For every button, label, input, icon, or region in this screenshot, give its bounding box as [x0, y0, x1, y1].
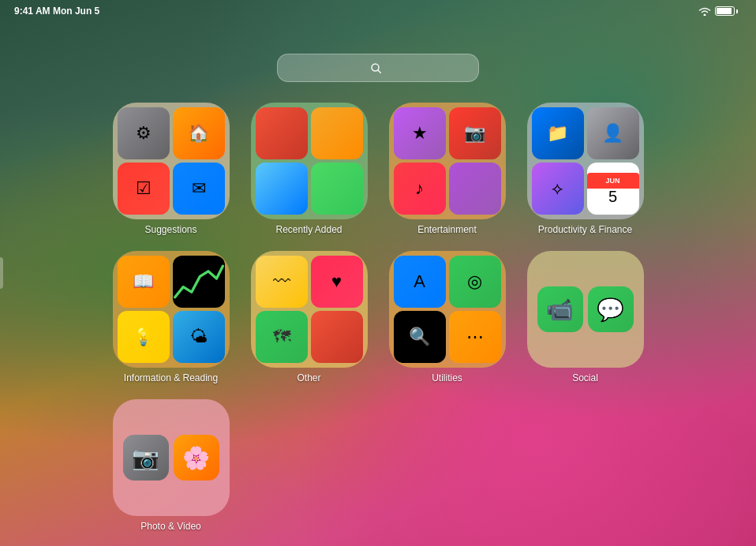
icon-books: 📖	[118, 256, 170, 308]
icon-swift-playgrounds	[256, 107, 308, 159]
icon-weather: 🌤	[173, 311, 225, 363]
icon-pages	[311, 107, 363, 159]
folder-box-other: 〰♥🗺	[251, 251, 368, 368]
icon-maps: 🗺	[256, 311, 308, 363]
svg-line-1	[378, 70, 381, 73]
search-icon	[371, 63, 381, 73]
folder-social[interactable]: 📹💬Social	[524, 251, 646, 383]
icon-calendar: JUN5	[587, 163, 639, 215]
icon-keynote	[256, 163, 308, 215]
icon-more: ⋯	[449, 311, 501, 363]
icon-podcasts	[449, 163, 501, 215]
folder-box-productivity: 📁👤⟡JUN5	[527, 103, 644, 219]
status-time: 9:41 AM Mon Jun 5	[14, 6, 99, 17]
folder-recently-added[interactable]: Recently Added	[248, 103, 370, 235]
icon-contacts: 👤	[587, 107, 639, 159]
icon-freeform: 〰	[256, 256, 308, 308]
icon-files: 📁	[532, 107, 584, 159]
icon-photo-booth: 📷	[449, 107, 501, 159]
icon-magnifier: 🔍	[394, 311, 446, 363]
icon-mail: ✉	[173, 163, 225, 215]
folder-suggestions[interactable]: ⚙🏠☑✉Suggestions	[110, 103, 232, 235]
folder-box-info-reading: 📖💡🌤	[113, 251, 230, 368]
icon-photos: 🌸	[174, 435, 219, 481]
folder-label-photo-video: Photo & Video	[140, 521, 201, 532]
folder-utilities[interactable]: A◎🔍⋯Utilities	[386, 251, 508, 383]
folder-label-other: Other	[297, 372, 320, 383]
app-grid: ⚙🏠☑✉SuggestionsRecently Added★📷♪Entertai…	[110, 103, 646, 532]
icon-settings: ⚙	[118, 107, 170, 159]
icon-top-picks: ★	[394, 107, 446, 159]
folder-box-utilities: A◎🔍⋯	[389, 251, 506, 368]
icon-home: 🏠	[173, 107, 225, 159]
left-handle	[0, 257, 3, 289]
folder-box-social: 📹💬	[527, 251, 644, 368]
folder-info-reading[interactable]: 📖💡🌤Information & Reading	[110, 251, 232, 383]
status-right	[698, 6, 742, 16]
icon-camera: 📷	[123, 435, 169, 481]
folder-box-suggestions: ⚙🏠☑✉	[113, 103, 230, 219]
icon-facetime: 📹	[537, 286, 583, 332]
search-bar-container[interactable]	[277, 54, 479, 82]
folder-label-recently-added: Recently Added	[275, 224, 342, 235]
icon-stocks	[173, 256, 225, 308]
icon-app-store: A	[394, 256, 446, 308]
folder-box-photo-video: 📷🌸	[113, 399, 230, 516]
icon-tips: 💡	[118, 311, 170, 363]
folder-other[interactable]: 〰♥🗺Other	[248, 251, 370, 383]
icon-swift	[311, 311, 363, 363]
icon-reminders: ☑	[118, 163, 170, 215]
folder-box-entertainment: ★📷♪	[389, 103, 506, 219]
icon-messages: 💬	[588, 286, 634, 332]
wifi-icon	[698, 6, 711, 16]
folder-label-entertainment: Entertainment	[417, 224, 477, 235]
folder-box-recently-added	[251, 103, 368, 219]
search-bar[interactable]	[277, 54, 479, 82]
folder-entertainment[interactable]: ★📷♪Entertainment	[386, 103, 508, 235]
icon-find-my: ◎	[449, 256, 501, 308]
status-bar: 9:41 AM Mon Jun 5	[0, 0, 756, 22]
battery-icon	[715, 6, 738, 16]
folder-label-info-reading: Information & Reading	[124, 372, 218, 383]
icon-music: ♪	[394, 163, 446, 215]
icon-numbers	[311, 163, 363, 215]
folder-photo-video[interactable]: 📷🌸Photo & Video	[110, 399, 232, 532]
folder-label-social: Social	[572, 372, 598, 383]
folder-label-productivity: Productivity & Finance	[538, 224, 632, 235]
icon-health: ♥	[311, 256, 363, 308]
folder-productivity[interactable]: 📁👤⟡JUN5Productivity & Finance	[524, 103, 646, 235]
folder-label-utilities: Utilities	[432, 372, 462, 383]
folder-label-suggestions: Suggestions	[144, 224, 196, 235]
icon-shortcuts: ⟡	[532, 163, 584, 215]
